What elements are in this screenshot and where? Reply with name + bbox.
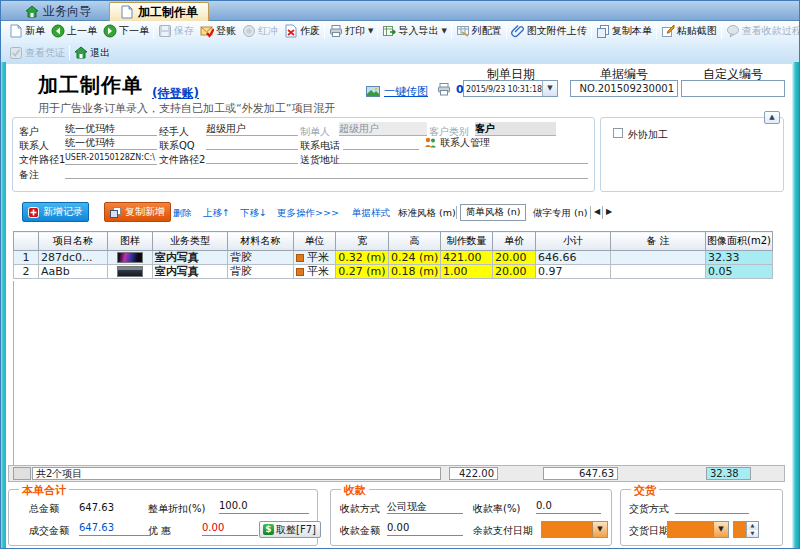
- summary-qty: 422.00: [449, 467, 498, 480]
- contact-field[interactable]: 统一优玛特: [65, 136, 157, 150]
- import-export-button[interactable]: 导入导出▼: [379, 22, 449, 41]
- col-item-name[interactable]: 项目名称: [39, 232, 108, 251]
- off-amount-field[interactable]: 0.00: [202, 522, 258, 536]
- phone-field[interactable]: [343, 136, 419, 150]
- payment-amount-field[interactable]: 0.00: [387, 522, 463, 536]
- printer-icon: [437, 83, 451, 96]
- date-field[interactable]: 2015/9/23 10:31:18 ▼: [463, 80, 558, 97]
- table-row[interactable]: 1 287dc0... 室内写真 背胶 平米 0.32 (m) 0.24 (m)…: [14, 251, 773, 265]
- post-account-icon: [200, 24, 214, 38]
- exit-home-icon: [74, 46, 88, 60]
- doc-no-field[interactable]: NO.201509230001: [570, 80, 678, 97]
- delivery-date-field[interactable]: ▼: [667, 521, 729, 538]
- exit-button[interactable]: 退出: [71, 43, 113, 62]
- balance-date-dropdown[interactable]: ▼: [592, 522, 607, 537]
- col-unit[interactable]: 单位: [294, 232, 336, 251]
- outsource-checkbox[interactable]: [613, 128, 623, 138]
- view-voucher-button[interactable]: 查看凭证: [6, 43, 68, 62]
- next-order-button[interactable]: 下一单: [100, 22, 152, 41]
- attachment-upload-button[interactable]: 图文附件上传: [508, 22, 590, 41]
- handler-field[interactable]: 超级用户: [206, 122, 298, 136]
- add-record-button[interactable]: 新增记录: [22, 202, 89, 222]
- style-text[interactable]: 做字专用 (n): [533, 207, 587, 220]
- prev-order-button[interactable]: 上一单: [48, 22, 100, 41]
- col-business-type[interactable]: 业务类型: [153, 232, 228, 251]
- new-document-icon: [9, 24, 23, 38]
- scroll-left-icon[interactable]: ◀: [594, 207, 600, 216]
- customer-field[interactable]: 统一优玛特: [65, 122, 157, 136]
- col-rownum[interactable]: [14, 232, 39, 251]
- order-info-panel: 客户 统一优玛特 经手人 超级用户 制单人 超级用户 客户类别 客户 联系人 统…: [12, 117, 595, 192]
- col-material[interactable]: 材料名称: [228, 232, 294, 251]
- table-row[interactable]: 2 AaBb 室内写真 背胶 平米 0.27 (m) 0.18 (m) 1.00…: [14, 265, 773, 279]
- payment-method-field[interactable]: 公司现金: [387, 500, 463, 514]
- page-subtitle: 用于广告业务订单录入，支持自已加工或“外发加工”项目混开: [38, 101, 335, 116]
- col-qty[interactable]: 制作数量: [441, 232, 493, 251]
- copy-record-button[interactable]: 复制新增: [104, 202, 171, 222]
- column-config-button[interactable]: 列配置: [453, 22, 505, 41]
- payment-rate-field[interactable]: 0.0: [536, 500, 601, 514]
- delete-link[interactable]: 删除: [173, 207, 192, 220]
- document-icon: [120, 5, 134, 19]
- save-button[interactable]: 保存: [155, 22, 197, 41]
- col-height[interactable]: 高: [389, 232, 441, 251]
- qq-field[interactable]: [206, 136, 298, 150]
- red-flush-button[interactable]: 红冲: [239, 22, 281, 41]
- col-area[interactable]: 图像面积(m2): [706, 232, 773, 251]
- item-thumbnail: [117, 266, 143, 277]
- view-voucher-icon: [9, 46, 23, 60]
- date-dropdown-button[interactable]: ▼: [542, 81, 557, 96]
- tab-processing-order[interactable]: 加工制作单: [109, 2, 209, 21]
- view-payment-process-button[interactable]: 查看收款过程: [723, 22, 800, 41]
- style-simple[interactable]: 简单风格 (n): [460, 204, 526, 221]
- col-price[interactable]: 单价: [493, 232, 536, 251]
- delivery-title: 交货: [631, 483, 659, 498]
- unit-color-swatch: [296, 254, 304, 262]
- spinner-buttons[interactable]: ▲▼: [746, 522, 758, 537]
- style-standard[interactable]: 标准风格 (m): [398, 207, 456, 220]
- address-field[interactable]: [339, 150, 588, 164]
- tab-business-wizard[interactable]: 业务向导: [15, 2, 101, 21]
- delivery-date-dropdown[interactable]: ▼: [713, 522, 728, 537]
- deal-amount-field[interactable]: 647.63: [79, 522, 151, 536]
- status-pending-link[interactable]: (待登账): [152, 85, 199, 102]
- void-button[interactable]: 作废: [281, 22, 323, 41]
- col-subtotal[interactable]: 小计: [536, 232, 611, 251]
- copy-order-button[interactable]: 复制本单: [593, 22, 655, 41]
- outsource-label: 外协加工: [628, 128, 668, 142]
- send-image-link-group: 一键传图: [366, 84, 428, 99]
- path1-field[interactable]: USER-20150128ZN:C:\: [65, 151, 157, 165]
- discount-field[interactable]: 100.0: [219, 500, 309, 514]
- col-remark[interactable]: 备 注: [611, 232, 706, 251]
- more-actions-link[interactable]: 更多操作>>>: [277, 207, 339, 220]
- payment-title: 收款: [341, 483, 369, 498]
- home-icon: [25, 5, 39, 19]
- void-icon: [284, 24, 298, 38]
- remark-field[interactable]: [65, 165, 588, 179]
- outsource-panel: 外协加工: [600, 117, 784, 192]
- paste-screenshot-button[interactable]: 粘贴截图: [658, 22, 720, 41]
- col-width[interactable]: 宽: [336, 232, 389, 251]
- move-up-link[interactable]: 上移↑: [203, 207, 230, 220]
- contact-manage-button[interactable]: 联系人管理: [424, 136, 490, 150]
- delivery-method-field[interactable]: [675, 500, 749, 514]
- balance-date-field[interactable]: ▼: [541, 521, 608, 538]
- doc-style-link[interactable]: 单据样式: [352, 207, 390, 220]
- print-button[interactable]: 打印▼: [326, 22, 376, 41]
- col-image[interactable]: 图样: [108, 232, 153, 251]
- contacts-icon: [424, 137, 437, 149]
- path2-field[interactable]: [206, 150, 298, 164]
- collapse-button[interactable]: ▲: [764, 111, 780, 124]
- new-order-button[interactable]: 新单: [6, 22, 48, 41]
- print-icon: [329, 24, 343, 38]
- delivery-time-spinner[interactable]: ▲▼: [733, 521, 759, 538]
- scroll-right-icon[interactable]: ▶: [606, 207, 612, 216]
- post-account-button[interactable]: 登账: [197, 22, 239, 41]
- plus-icon: [28, 207, 39, 218]
- summary-bar: 共2个项目 422.00 647.63 32.38: [8, 465, 785, 482]
- customer-label: 客户: [19, 125, 39, 139]
- send-image-link[interactable]: 一键传图: [384, 84, 428, 99]
- custom-no-field[interactable]: [681, 80, 785, 97]
- move-down-link[interactable]: 下移↓: [240, 207, 267, 220]
- round-button[interactable]: $取整[F7]: [259, 521, 321, 538]
